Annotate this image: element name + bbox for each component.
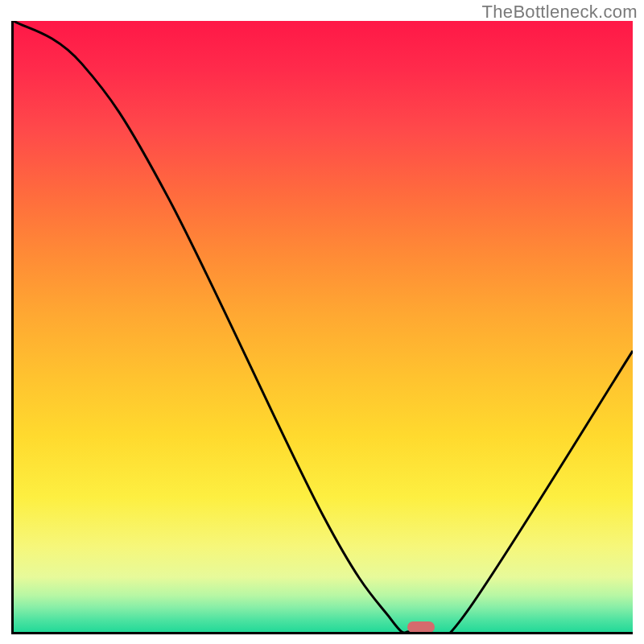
minimum-marker (407, 621, 435, 633)
plot-area (11, 21, 633, 634)
series-line (14, 21, 633, 632)
watermark-text: TheBottleneck.com (482, 2, 638, 23)
chart-container: TheBottleneck.com (0, 0, 644, 644)
series-path (14, 21, 633, 632)
